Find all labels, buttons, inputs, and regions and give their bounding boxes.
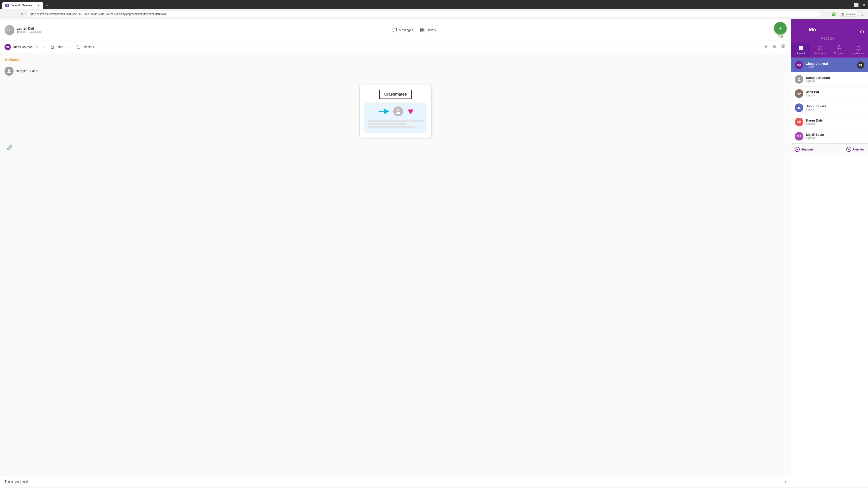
person-icon [6,68,12,74]
folders-dropdown-arrow: ▾ [93,45,94,48]
student-list: Sample Student 5 posts JP Jack Pot 3 pos… [791,72,868,143]
app-container: LD Lauren Deli Teacher - 2 Classes Messa… [0,19,868,487]
user-name: Lauren Deli [17,27,41,30]
card-title-area: Classmates [364,90,427,99]
student-info-kd: Karen Dale 2 posts [806,119,823,125]
svg-rect-22 [801,46,803,48]
right-panel: Mo Moodjoy ⚙ Journal [791,19,868,487]
card-lines [368,120,423,129]
settings-icon[interactable]: ⚙ [860,29,864,35]
svg-point-26 [839,46,840,47]
refresh-button[interactable]: ↻ [19,11,25,17]
user-role: Teacher - 2 Classes [17,30,41,33]
list-item[interactable]: MS Mordi Seem 2 posts [791,129,868,143]
pinned-label: Pinned [4,57,786,62]
star-icon[interactable]: ☆ [824,11,829,17]
rp-user-name: Mo [809,27,816,33]
families-plus-icon: + [846,147,851,152]
tab-journal[interactable]: Journal [791,43,810,57]
student-posts-jp: 3 posts [806,94,819,97]
list-item[interactable]: KD Karen Dale 2 posts [791,115,868,129]
progress-tab-icon [837,45,842,51]
folders-button[interactable]: Folders ▾ [74,44,96,50]
class-journal-action-icon[interactable] [857,61,864,69]
svg-rect-27 [860,64,861,65]
list-item[interactable]: JP Jack Pot 3 posts [791,87,868,101]
student-avatar-ms: MS [795,132,803,140]
svg-rect-1 [423,28,424,30]
library-nav[interactable]: Library [420,28,436,33]
url-bar[interactable]: app.seesaw.me/#/class/class.e01bf4c2-9a2… [26,11,821,17]
tab-progress[interactable]: Progress [830,43,849,57]
classmates-card: Classmates [360,85,432,138]
class-name: Class Journal [13,45,33,49]
link-area: 🔗 [4,145,786,150]
more-menu-icon[interactable]: ⋮ [860,11,865,17]
filter-icon[interactable] [763,43,770,51]
journal-tab-icon [798,45,804,51]
svg-rect-4 [51,46,54,48]
expand-icon[interactable]: ▾ [784,479,786,484]
add-families-button[interactable]: + Families [846,147,864,152]
rp-bottom: + Students + Families [791,143,868,155]
new-tab-button[interactable]: + [44,2,50,9]
messages-label: Messages [399,28,413,32]
calendar-icon [51,45,54,49]
sample-student-item[interactable]: Sample Student [4,64,786,78]
toolbar-end [763,43,786,51]
dates-button[interactable]: Dates [48,44,65,50]
folder-icon [76,45,80,49]
dropdown-arrow: ▾ [36,44,38,50]
list-view-icon[interactable] [771,43,778,51]
svg-rect-17 [784,47,785,48]
class-journal-posts: 5 posts [806,66,828,69]
bottom-text: This is our class! [4,480,28,483]
svg-rect-16 [782,47,783,48]
class-journal-header[interactable]: Mo Class Journal 5 posts [791,58,868,72]
messages-nav[interactable]: Messages [392,28,413,33]
tab-activities[interactable]: Activities [810,43,830,57]
card-line-3 [368,126,415,128]
sample-student-name: Sample Student [16,69,38,73]
folders-label: Folders [82,45,91,48]
incognito-icon: 🕵 [841,13,844,15]
tab-notifications[interactable]: Notifications [849,43,868,57]
browser-tab-journal[interactable]: S Journal - Seesaw ✕ [2,2,43,9]
messages-icon [392,28,397,33]
card-title-box: Classmates [379,90,412,99]
dates-nav-next[interactable]: › [67,44,72,50]
add-button[interactable]: + [774,22,786,35]
card-arrow [378,108,389,115]
student-name-jl: John Louises [806,104,827,108]
back-button[interactable]: ← [3,11,9,17]
close-tab-icon[interactable]: ✕ [37,4,40,7]
content-area: Pinned Sample Student Classmate [0,53,791,476]
person-silhouette [393,106,403,116]
class-selector[interactable]: Mo Class Journal ▾ [4,44,39,50]
minimize-button[interactable]: — [846,2,850,7]
student-info-ms: Mordi Seem 2 posts [806,133,824,140]
activities-tab-icon [817,45,823,51]
list-item[interactable]: JL John Louises 3 posts [791,101,868,115]
add-students-button[interactable]: + Students [795,147,814,152]
dates-nav-prev[interactable]: ‹ [41,44,46,50]
svg-point-31 [798,78,800,79]
right-panel-content: Mo Class Journal 5 posts [791,58,868,487]
svg-rect-28 [861,64,862,65]
card-visual-wrap: ♥ [364,103,427,133]
class-badge-mo: Mo [4,44,11,50]
class-journal-name: Class Journal [806,62,828,66]
notifications-tab-icon [856,45,861,51]
right-panel-tabs: Journal Activities Progress [791,43,868,58]
grid-view-icon[interactable] [780,43,786,51]
forward-button[interactable]: → [11,11,17,17]
list-item[interactable]: Sample Student 5 posts [791,72,868,87]
close-button[interactable]: ✕ [862,2,866,7]
student-name-kd: Karen Dale [806,119,823,122]
tab-bar: S Journal - Seesaw ✕ + — ⬜ ✕ [0,0,868,9]
maximize-button[interactable]: ⬜ [854,2,859,7]
student-info-jl: John Louises 3 posts [806,104,827,111]
extensions-icon[interactable]: 🧩 [831,11,837,17]
student-posts-kd: 2 posts [806,122,823,125]
moodjoy-label: Moodjoy [795,36,860,40]
